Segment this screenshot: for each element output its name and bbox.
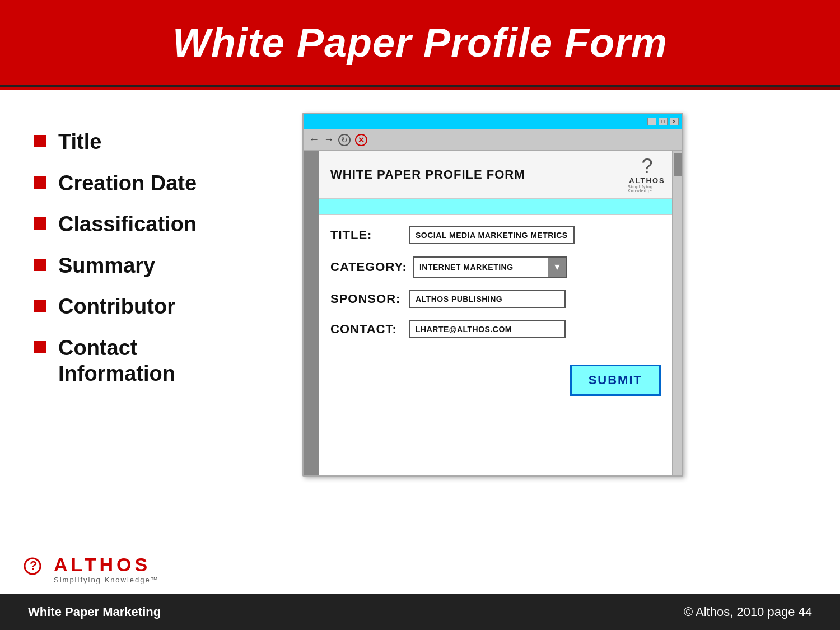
main-content: Title Creation Date Classification Summa… (0, 90, 840, 566)
category-select[interactable]: INTERNET MARKETING ▼ (413, 256, 567, 278)
form-title: WHITE PAPER PROFILE FORM (319, 157, 622, 192)
sponsor-input[interactable]: ALTHOS PUBLISHING (409, 290, 566, 308)
bullet-label: Title (58, 129, 101, 155)
logo-name: ALTHOS (629, 176, 665, 185)
browser-window: _ □ × ← → ↻ ✕ WHITE PAPER PROFILE FORM (302, 113, 683, 477)
category-value: INTERNET MARKETING (414, 259, 548, 275)
logo-tagline: Simplifying Knowledge (628, 185, 666, 193)
bullet-icon (34, 259, 46, 271)
category-field-row: CATEGORY: INTERNET MARKETING ▼ (330, 256, 661, 278)
bullet-label: Summary (58, 253, 155, 279)
scrollbar-thumb[interactable] (674, 153, 682, 176)
category-dropdown-arrow[interactable]: ▼ (548, 258, 566, 277)
svg-text:?: ? (30, 558, 37, 572)
althos-name: ALTHOS (54, 554, 159, 576)
contact-field-row: CONTACT: LHARTE@ALTHOS.COM (330, 320, 661, 338)
browser-toolbar: ← → ↻ ✕ (304, 129, 682, 151)
form-header: WHITE PAPER PROFILE FORM ? ALTHOS Simpli… (319, 151, 672, 199)
window-controls: _ □ × (647, 118, 679, 125)
list-item: ContactInformation (34, 335, 302, 386)
list-item: Contributor (34, 294, 302, 320)
bullet-label: Creation Date (58, 171, 197, 197)
bullet-icon (34, 176, 46, 189)
footer-left-text: White Paper Marketing (28, 605, 161, 619)
bottom-logo: ? ALTHOS Simplifying Knowledge™ (22, 553, 159, 585)
list-item: Title (34, 129, 302, 155)
list-item: Summary (34, 253, 302, 279)
forward-button[interactable]: → (324, 134, 334, 146)
bullet-label: ContactInformation (58, 335, 175, 386)
bullet-label: Contributor (58, 294, 175, 320)
close-button[interactable]: × (670, 118, 679, 125)
browser-content: WHITE PAPER PROFILE FORM ? ALTHOS Simpli… (304, 151, 682, 475)
maximize-button[interactable]: □ (659, 118, 668, 125)
minimize-button[interactable]: _ (647, 118, 656, 125)
form-fields: TITLE: SOCIAL MEDIA MARKETING METRICS CA… (319, 215, 672, 407)
title-label: TITLE: (330, 228, 403, 242)
contact-input[interactable]: LHARTE@ALTHOS.COM (409, 320, 566, 338)
submit-button[interactable]: SUBMIT (570, 365, 661, 396)
footer-right-text: © Althos, 2010 page 44 (684, 605, 812, 619)
list-item: Creation Date (34, 171, 302, 197)
category-label: CATEGORY: (330, 260, 407, 274)
althos-tagline: Simplifying Knowledge™ (54, 576, 159, 584)
form-sidebar (304, 151, 319, 475)
contact-label: CONTACT: (330, 322, 403, 337)
list-item: Classification (34, 212, 302, 237)
bullet-icon (34, 217, 46, 230)
browser-titlebar: _ □ × (304, 114, 682, 129)
bullet-list: Title Creation Date Classification Summa… (34, 107, 302, 402)
scrollbar[interactable] (672, 151, 682, 475)
stop-button[interactable]: ✕ (355, 134, 367, 146)
bullet-icon (34, 300, 46, 312)
sponsor-label: SPONSOR: (330, 292, 403, 306)
bullet-icon (34, 135, 46, 147)
form-logo: ? ALTHOS Simplifying Knowledge (622, 151, 672, 198)
bullet-label: Classification (58, 212, 197, 237)
bullet-icon (34, 341, 46, 353)
title-field-row: TITLE: SOCIAL MEDIA MARKETING METRICS (330, 226, 661, 244)
page-title: White Paper Profile Form (172, 20, 668, 66)
form-area: WHITE PAPER PROFILE FORM ? ALTHOS Simpli… (319, 151, 672, 475)
back-button[interactable]: ← (309, 134, 319, 146)
refresh-button[interactable]: ↻ (338, 134, 351, 146)
sponsor-field-row: SPONSOR: ALTHOS PUBLISHING (330, 290, 661, 308)
althos-logo-icon: ? (22, 553, 49, 585)
althos-logo-text: ALTHOS Simplifying Knowledge™ (54, 554, 159, 584)
logo-question-mark: ? (641, 156, 652, 176)
page-footer: White Paper Marketing © Althos, 2010 pag… (0, 594, 840, 630)
form-cyan-bar (319, 199, 672, 215)
title-input[interactable]: SOCIAL MEDIA MARKETING METRICS (409, 226, 575, 244)
page-header: White Paper Profile Form (0, 0, 840, 87)
